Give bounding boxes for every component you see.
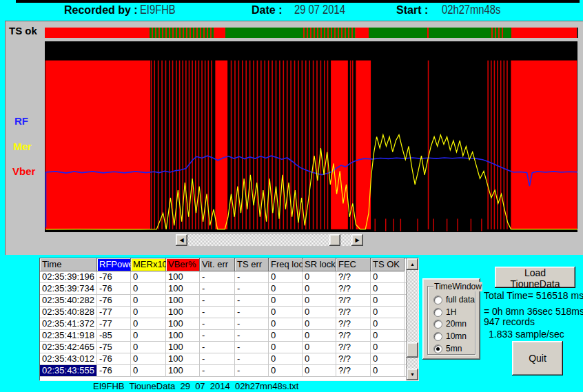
table-cell[interactable]: ?/?	[336, 283, 371, 294]
table-cell[interactable]: 0	[131, 353, 166, 364]
table-cell[interactable]: 0	[131, 330, 166, 341]
table-cell[interactable]: 0	[269, 365, 303, 376]
table-cell[interactable]: 0	[371, 330, 405, 341]
radio-option-full-data[interactable]: full data	[433, 295, 475, 305]
radio-option-1h[interactable]: 1H	[433, 307, 456, 317]
table-cell[interactable]: 02:35:42:465	[40, 342, 97, 353]
table-row[interactable]: 02:35:43:555-760100--00?/?0	[40, 365, 406, 377]
table-cell[interactable]: 0	[303, 330, 336, 341]
table-cell[interactable]: 02:35:43:012	[40, 353, 97, 364]
table-cell[interactable]: 0	[131, 271, 166, 282]
table-cell[interactable]: -	[235, 283, 269, 294]
hscroll-track[interactable]	[187, 234, 351, 246]
table-cell[interactable]: 100	[166, 307, 200, 318]
table-cell[interactable]: 0	[371, 271, 405, 282]
table-row[interactable]: 02:35:41:372-770100--00?/?0	[40, 318, 406, 330]
table-row[interactable]: 02:35:42:465-750100--00?/?0	[40, 342, 406, 353]
table-row[interactable]: 02:35:40:282-760100--00?/?0	[40, 295, 406, 307]
table-cell[interactable]: 02:35:39:196	[40, 271, 97, 282]
table-cell[interactable]: -	[200, 342, 235, 353]
table-cell[interactable]: ?/?	[336, 353, 371, 364]
table-cell[interactable]: ?/?	[336, 271, 371, 282]
table-row[interactable]: 02:35:41:918-850100--00?/?0	[40, 330, 406, 342]
radio-option-5mn[interactable]: 5mn	[433, 344, 462, 353]
quit-button[interactable]: Quit	[512, 341, 563, 375]
table-row[interactable]: 02:35:43:012-760100--00?/?0	[40, 353, 406, 365]
table-cell[interactable]: -	[235, 330, 269, 341]
table-cell[interactable]: -	[200, 330, 235, 341]
table-cell[interactable]: -76	[97, 295, 131, 306]
table-cell[interactable]: 0	[269, 283, 303, 294]
hscroll-thumb[interactable]	[329, 234, 340, 246]
table-cell[interactable]: -	[200, 353, 235, 364]
table-cell[interactable]: 0	[269, 342, 303, 353]
radio-icon[interactable]	[433, 296, 442, 305]
table-cell[interactable]: 100	[166, 330, 200, 341]
table-cell[interactable]: 0	[131, 283, 166, 294]
table-cell[interactable]: 0	[303, 307, 336, 318]
table-cell[interactable]: 0	[303, 353, 336, 364]
table-cell[interactable]: -	[200, 307, 235, 318]
table-cell[interactable]: 0	[131, 342, 166, 353]
table-cell[interactable]: 100	[166, 342, 200, 353]
scroll-left-icon[interactable]: ◀	[176, 234, 187, 246]
table-cell[interactable]: 0	[269, 295, 303, 306]
table-cell[interactable]: 100	[166, 353, 200, 364]
table-cell[interactable]: -76	[97, 283, 131, 294]
table-cell[interactable]: ?/?	[336, 307, 371, 318]
table-cell[interactable]: -76	[97, 365, 131, 376]
table-cell[interactable]: -	[235, 353, 269, 364]
table-cell[interactable]: 0	[371, 353, 405, 364]
table-cell[interactable]: -	[235, 295, 269, 306]
table-cell[interactable]: -77	[97, 307, 131, 318]
table-cell[interactable]: -77	[97, 318, 131, 329]
table-cell[interactable]: ?/?	[336, 295, 371, 306]
table-cell[interactable]: 0	[303, 365, 336, 376]
table-cell[interactable]: 100	[166, 318, 200, 329]
scroll-down-icon[interactable]: ▼	[407, 369, 418, 380]
vscroll-track[interactable]	[407, 270, 418, 369]
table-cell[interactable]: -75	[97, 342, 131, 353]
table-cell[interactable]: 0	[371, 318, 405, 329]
table-cell[interactable]: -	[235, 342, 269, 353]
table-cell[interactable]: 02:35:43:555	[40, 365, 97, 376]
table-cell[interactable]: 0	[371, 283, 405, 294]
radio-icon[interactable]	[433, 332, 442, 341]
table-cell[interactable]: -	[200, 318, 235, 329]
table-cell[interactable]: ?/?	[336, 342, 371, 353]
table-cell[interactable]: -	[200, 295, 235, 306]
table-cell[interactable]: -	[200, 271, 235, 282]
table-cell[interactable]: -	[235, 307, 269, 318]
table-cell[interactable]: -76	[97, 353, 131, 364]
scroll-right-icon[interactable]: ▶	[351, 234, 363, 246]
table-cell[interactable]: -	[235, 318, 269, 329]
table-cell[interactable]: 100	[166, 271, 200, 282]
table-cell[interactable]: 0	[371, 342, 405, 353]
table-cell[interactable]: -	[200, 365, 235, 376]
table-cell[interactable]: 0	[269, 318, 303, 329]
radio-icon[interactable]	[433, 344, 442, 353]
table-cell[interactable]: -	[200, 283, 235, 294]
table-cell[interactable]: ?/?	[336, 318, 371, 329]
table-cell[interactable]: -85	[97, 330, 131, 341]
table-cell[interactable]: ?/?	[336, 330, 371, 341]
table-cell[interactable]: 02:35:41:918	[40, 330, 97, 341]
radio-option-10mn[interactable]: 10mn	[433, 331, 467, 341]
table-cell[interactable]: 0	[371, 365, 405, 376]
load-tiounedata-button[interactable]: Load TiouneData	[495, 267, 575, 288]
scroll-up-icon[interactable]: ▲	[407, 258, 418, 270]
table-cell[interactable]: 0	[371, 295, 405, 306]
table-cell[interactable]: 0	[303, 318, 336, 329]
radio-option-20mn[interactable]: 20mn	[433, 319, 467, 329]
table-cell[interactable]: 0	[269, 271, 303, 282]
table-cell[interactable]: -	[235, 271, 269, 282]
table-row[interactable]: 02:35:40:828-770100--00?/?0	[40, 307, 406, 318]
table-vertical-scrollbar[interactable]: ▲ ▼	[406, 258, 418, 380]
table-cell[interactable]: 0	[303, 342, 336, 353]
table-cell[interactable]: -	[235, 365, 269, 376]
table-cell[interactable]: -76	[97, 271, 131, 282]
table-cell[interactable]: 100	[166, 295, 200, 306]
table-cell[interactable]: 02:35:41:372	[40, 318, 97, 329]
table-cell[interactable]: ?/?	[336, 365, 371, 376]
table-cell[interactable]: 0	[269, 330, 303, 341]
